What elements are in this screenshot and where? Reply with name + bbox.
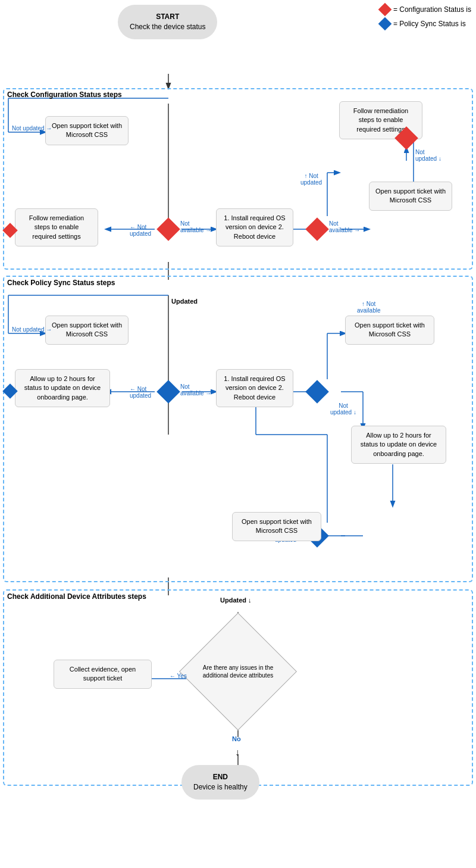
policy-not-updated-left: Not updated → xyxy=(12,326,52,333)
policy-open-css-top-left: Open support ticket with Microsoft CSS xyxy=(45,316,129,345)
config-not-updated-up: ↑ Notupdated xyxy=(300,173,322,186)
policy-not-available-1: ↑ Notavailable xyxy=(357,301,380,314)
policy-not-available-2: Notavailable → xyxy=(180,383,211,396)
policy-open-css-bottom: Open support ticket with Microsoft CSS xyxy=(232,512,321,541)
additional-updated-label: Updated ↓ xyxy=(220,597,252,604)
policy-allow-2hrs-left: Allow up to 2 hours for status to update… xyxy=(15,369,110,407)
start-node: START Check the device status xyxy=(118,5,219,39)
config-red-diamond-second xyxy=(309,221,325,238)
additional-diamond: Are there any issues in the additional d… xyxy=(196,630,280,713)
policy-updated-label: Updated xyxy=(171,298,198,305)
end-node: END Device is healthy xyxy=(181,765,295,800)
red-diamond-icon xyxy=(378,3,392,17)
additional-no-arrow: ↓ xyxy=(235,747,240,758)
policy-not-updated-right: Notupdated ↓ xyxy=(330,402,356,416)
config-install-os: 1. Install required OS version on device… xyxy=(216,208,293,246)
config-section-title: Check Configuration Status steps xyxy=(7,90,122,99)
additional-no-label: No xyxy=(232,735,241,742)
additional-collect: Collect evidence, open support ticket xyxy=(54,660,152,689)
legend-policy-item: = Policy Sync Status is xyxy=(380,19,471,29)
policy-allow-2hrs-right: Allow up to 2 hours for status to update… xyxy=(351,426,446,464)
config-open-css-bottom-right: Open support ticket with Microsoft CSS xyxy=(369,182,452,211)
policy-blue-diamond-main xyxy=(160,383,177,400)
config-red-diamond-main xyxy=(160,221,177,238)
additional-yes-label: ← Yes xyxy=(170,673,187,679)
policy-not-updated-left-main: ← Notupdated xyxy=(130,386,151,399)
config-follow-rem-bottom-left: Follow remediation steps to enable requi… xyxy=(15,208,98,246)
policy-install-os: 1. Install required OS version on device… xyxy=(216,369,293,407)
config-red-diamond-top xyxy=(398,130,415,146)
legend-config-label: = Configuration Status is xyxy=(393,5,471,14)
legend: = Configuration Status is = Policy Sync … xyxy=(380,5,471,29)
policy-open-css-top-right: Open support ticket with Microsoft CSS xyxy=(345,316,434,345)
config-red-diamond-left xyxy=(5,225,15,236)
additional-section-title: Check Additional Device Attributes steps xyxy=(7,592,146,601)
config-open-css-top-left: Open support ticket with Microsoft CSS xyxy=(45,116,129,145)
start-label: START Check the device status xyxy=(118,5,217,39)
config-not-available-1: Notavailable → xyxy=(180,220,211,233)
config-not-updated-right: Notupdated ↓ xyxy=(415,149,441,162)
policy-section-title: Check Policy Sync Status steps xyxy=(7,279,115,287)
config-not-available-2: Notavailable → xyxy=(329,220,360,233)
policy-blue-diamond-second xyxy=(309,383,325,400)
config-not-updated-left-main: ← Notupdated xyxy=(130,224,151,237)
end-label: END Device is healthy xyxy=(181,765,259,800)
legend-config-item: = Configuration Status is xyxy=(380,5,471,14)
policy-blue-diamond-left xyxy=(5,386,15,396)
config-not-updated-label-1: Not updated → xyxy=(12,125,52,132)
blue-diamond-icon xyxy=(378,17,392,31)
legend-policy-label: = Policy Sync Status is xyxy=(393,20,466,28)
